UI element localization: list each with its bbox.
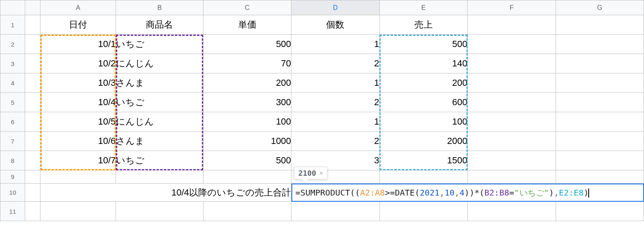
- cell-E6[interactable]: 100: [379, 112, 467, 132]
- cell-F8[interactable]: [468, 151, 556, 170]
- cell-C1[interactable]: 単価: [203, 15, 291, 35]
- cell-A8[interactable]: 10/7: [40, 151, 116, 170]
- cell-G8[interactable]: [556, 151, 644, 170]
- cell-E11[interactable]: [379, 202, 467, 221]
- cell-G5[interactable]: [556, 93, 644, 112]
- formula-edit-cell-D10[interactable]: =SUMPRODUCT((A2:A8>=DATE(2021,10,4))*(B2…: [291, 184, 644, 202]
- row-header-9[interactable]: 9: [0, 170, 25, 184]
- cell-sliver-1[interactable]: [25, 15, 40, 35]
- cell-G11[interactable]: [556, 202, 644, 221]
- cell-C2[interactable]: 500: [203, 35, 291, 54]
- row-header-2[interactable]: 2: [0, 35, 25, 54]
- cell-E7[interactable]: 2000: [379, 132, 467, 151]
- cell-F9[interactable]: [468, 170, 556, 184]
- cell-A1[interactable]: 日付: [40, 15, 116, 35]
- row-header-7[interactable]: 7: [0, 132, 25, 151]
- cell-sliver-5[interactable]: [25, 93, 40, 112]
- cell-E2[interactable]: 500: [379, 35, 467, 54]
- cell-C8[interactable]: 500: [203, 151, 291, 170]
- cell-sliver-9[interactable]: [25, 170, 40, 184]
- close-icon[interactable]: ×: [320, 170, 323, 176]
- cell-E4[interactable]: 200: [379, 73, 467, 93]
- row-header-5[interactable]: 5: [0, 93, 25, 112]
- cell-B1[interactable]: 商品名: [116, 15, 203, 35]
- cell-C3[interactable]: 70: [203, 54, 291, 73]
- col-header-F[interactable]: F: [468, 0, 556, 15]
- cell-F5[interactable]: [468, 93, 556, 112]
- cell-F3[interactable]: [468, 54, 556, 73]
- cell-A3[interactable]: 10/2: [40, 54, 116, 73]
- cell-F11[interactable]: [468, 202, 556, 221]
- cell-G7[interactable]: [556, 132, 644, 151]
- col-header-E[interactable]: E: [379, 0, 467, 15]
- cell-F2[interactable]: [468, 35, 556, 54]
- cell-C4[interactable]: 200: [203, 73, 291, 93]
- cell-D5[interactable]: 2: [291, 93, 379, 112]
- cell-sliver-2[interactable]: [25, 35, 40, 54]
- cell-G2[interactable]: [556, 35, 644, 54]
- cell-sliver-6[interactable]: [25, 112, 40, 132]
- cell-C9[interactable]: [203, 170, 291, 184]
- cell-D11[interactable]: [291, 202, 379, 221]
- cell-D3[interactable]: 2: [291, 54, 379, 73]
- cell-E8[interactable]: 1500: [379, 151, 467, 170]
- col-header-A[interactable]: A: [40, 0, 116, 15]
- col-header-G[interactable]: G: [556, 0, 644, 15]
- col-header-C[interactable]: C: [203, 0, 291, 15]
- cell-E9[interactable]: [379, 170, 467, 184]
- cell-A7[interactable]: 10/6: [40, 132, 116, 151]
- cell-E3[interactable]: 140: [379, 54, 467, 73]
- row-header-10[interactable]: 10: [0, 184, 25, 202]
- cell-B3[interactable]: にんじん: [116, 54, 203, 73]
- cell-B11[interactable]: [116, 202, 203, 221]
- cell-B8[interactable]: いちご: [116, 151, 203, 170]
- cell-sliver-11[interactable]: [25, 202, 40, 221]
- cell-D1[interactable]: 個数: [291, 15, 379, 35]
- cell-G9[interactable]: [556, 170, 644, 184]
- col-header-D[interactable]: D: [291, 0, 379, 15]
- cell-F1[interactable]: [468, 15, 556, 35]
- cell-G1[interactable]: [556, 15, 644, 35]
- cell-D4[interactable]: 1: [291, 73, 379, 93]
- cell-E1[interactable]: 売上: [379, 15, 467, 35]
- row-header-3[interactable]: 3: [0, 54, 25, 73]
- cell-A11[interactable]: [40, 202, 116, 221]
- cell-G4[interactable]: [556, 73, 644, 93]
- cell-B7[interactable]: さんま: [116, 132, 203, 151]
- cell-B5[interactable]: いちご: [116, 93, 203, 112]
- cell-A2[interactable]: 10/1: [40, 35, 116, 54]
- cell-C5[interactable]: 300: [203, 93, 291, 112]
- row-header-11[interactable]: 11: [0, 202, 25, 221]
- cell-F6[interactable]: [468, 112, 556, 132]
- cell-C6[interactable]: 100: [203, 112, 291, 132]
- cell-B2[interactable]: いちご: [116, 35, 203, 54]
- cell-F4[interactable]: [468, 73, 556, 93]
- cell-sliver-8[interactable]: [25, 151, 40, 170]
- cell-B9[interactable]: [116, 170, 203, 184]
- cell-A9[interactable]: [40, 170, 116, 184]
- cell-E5[interactable]: 600: [379, 93, 467, 112]
- cell-sliver-3[interactable]: [25, 54, 40, 73]
- row-header-1[interactable]: 1: [0, 15, 25, 35]
- select-all-corner[interactable]: [0, 0, 25, 15]
- cell-A4[interactable]: 10/3: [40, 73, 116, 93]
- cell-sliver-7[interactable]: [25, 132, 40, 151]
- row-header-4[interactable]: 4: [0, 73, 25, 93]
- cell-A6[interactable]: 10/5: [40, 112, 116, 132]
- cell-D6[interactable]: 1: [291, 112, 379, 132]
- cell-D7[interactable]: 2: [291, 132, 379, 151]
- cell-A10-C10-merged-label[interactable]: 10/4以降のいちごの売上合計: [40, 184, 291, 202]
- cell-sliver-10[interactable]: [25, 184, 40, 202]
- cell-F7[interactable]: [468, 132, 556, 151]
- cell-C11[interactable]: [203, 202, 291, 221]
- cell-B4[interactable]: さんま: [116, 73, 203, 93]
- cell-G6[interactable]: [556, 112, 644, 132]
- cell-B6[interactable]: にんじん: [116, 112, 203, 132]
- cell-D2[interactable]: 1: [291, 35, 379, 54]
- cell-G3[interactable]: [556, 54, 644, 73]
- cell-A5[interactable]: 10/4: [40, 93, 116, 112]
- row-header-8[interactable]: 8: [0, 151, 25, 170]
- row-header-6[interactable]: 6: [0, 112, 25, 132]
- cell-C7[interactable]: 1000: [203, 132, 291, 151]
- col-header-B[interactable]: B: [116, 0, 203, 15]
